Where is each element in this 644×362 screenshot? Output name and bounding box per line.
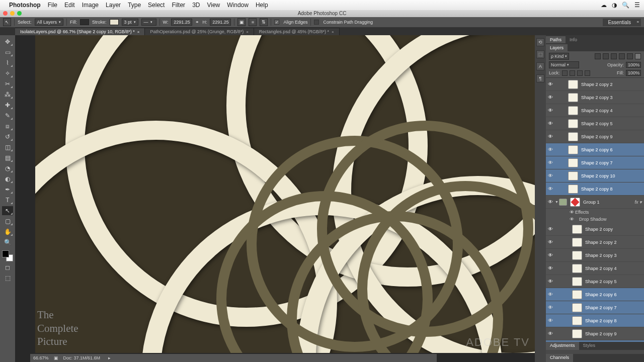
filter-toggle-icon[interactable] [635, 53, 641, 59]
search-icon[interactable]: 🔍 [622, 2, 629, 9]
layer-row[interactable]: 👁Shape 2 copy 9 [546, 327, 644, 340]
path-arrangement-icon[interactable]: ⇅ [260, 18, 268, 26]
history-panel-icon[interactable]: ⟲ [536, 38, 544, 46]
menu-view[interactable]: View [207, 2, 220, 9]
pen-tool[interactable]: ✒ [2, 185, 13, 194]
layer-name[interactable]: Shape 2 copy 9 [585, 331, 617, 336]
visibility-toggle-icon[interactable]: 👁 [546, 331, 555, 336]
filter-type-icon[interactable] [611, 53, 617, 59]
filter-shape-icon[interactable] [619, 53, 625, 59]
layer-thumbnail[interactable] [568, 106, 578, 115]
visibility-toggle-icon[interactable]: 👁 [546, 121, 555, 126]
visibility-toggle-icon[interactable]: 👁 [546, 160, 555, 165]
preview-toggle-icon[interactable]: ▣ [54, 355, 58, 360]
type-tool[interactable]: T [2, 196, 13, 205]
gradient-tool[interactable]: ▤ [2, 153, 13, 162]
layer-thumbnail[interactable] [568, 93, 578, 102]
stroke-width-dropdown[interactable]: 3 pt [122, 19, 138, 26]
layer-name[interactable]: Shape 2 copy 3 [581, 95, 613, 100]
filter-pixel-icon[interactable] [595, 53, 601, 59]
layer-row[interactable]: 👁Shape 2 copy 5 [546, 117, 644, 130]
fill-opacity-field[interactable]: 100% [626, 70, 641, 76]
layer-name[interactable]: Group 1 [583, 200, 600, 205]
layer-row[interactable]: 👁Shape 2 copy 6 [546, 143, 644, 156]
layer-thumbnail[interactable] [568, 119, 578, 128]
shape-tool[interactable]: ▢ [2, 217, 13, 226]
channels-tab[interactable]: Channels [546, 354, 573, 362]
layer-thumbnail[interactable] [568, 80, 578, 89]
layer-name[interactable]: Shape 2 copy 4 [581, 108, 613, 113]
document-canvas[interactable]: The Complete Picture ADOBE TV [35, 35, 535, 353]
effects-row[interactable]: 👁Effects [546, 209, 644, 216]
lock-all-icon[interactable] [585, 70, 590, 76]
minimize-window-icon[interactable] [10, 11, 15, 16]
layer-name[interactable]: Shape 2 copy 6 [581, 147, 613, 152]
eraser-tool[interactable]: ◫ [2, 143, 13, 152]
maximize-window-icon[interactable] [17, 11, 22, 16]
layer-row[interactable]: 👁Shape 2 copy 4 [546, 262, 644, 275]
info-tab[interactable]: Info [566, 36, 581, 43]
layer-thumbnail[interactable] [572, 303, 582, 312]
visibility-toggle-icon[interactable]: 👁 [546, 265, 555, 271]
screenmode-toggle[interactable]: ⬚ [2, 274, 13, 283]
constrain-checkbox[interactable] [314, 20, 319, 25]
layer-name[interactable]: Shape 2 copy [585, 227, 613, 232]
visibility-toggle-icon[interactable]: 👁 [546, 305, 555, 310]
crop-tool[interactable]: ✂ [2, 79, 13, 88]
stroke-type-dropdown[interactable]: — [141, 19, 156, 26]
zoom-readout[interactable]: 66.67% [33, 355, 49, 360]
brush-tool[interactable]: ✎ [2, 111, 13, 120]
layer-thumbnail[interactable] [572, 264, 582, 273]
visibility-toggle-icon[interactable]: 👁 [546, 292, 555, 297]
marquee-tool[interactable]: ▭ [2, 48, 13, 57]
layer-name[interactable]: Shape 2 copy 4 [585, 266, 617, 271]
layer-row[interactable]: 👁Shape 2 copy 10 [546, 169, 644, 183]
layer-name[interactable]: Shape 2 copy 10 [581, 173, 615, 178]
document-tab[interactable]: Rectangles.psd @ 45% (RGB/8*) *× [254, 28, 340, 35]
select-scope-dropdown[interactable]: All Layers [35, 19, 64, 26]
visibility-toggle-icon[interactable]: 👁 [546, 226, 555, 232]
workspace-switcher[interactable]: Essentials [603, 19, 641, 26]
filter-adjust-icon[interactable] [603, 53, 609, 59]
styles-tab[interactable]: Styles [579, 342, 600, 350]
visibility-toggle-icon[interactable]: 👁 [546, 134, 555, 139]
layer-thumbnail[interactable] [572, 277, 582, 286]
link-wh-icon[interactable]: ⚭ [195, 20, 199, 25]
stroke-swatch[interactable] [110, 19, 119, 25]
height-field[interactable]: 2291.25 [210, 19, 231, 26]
width-field[interactable]: 2291.25 [171, 19, 192, 26]
hand-tool[interactable]: ✋ [2, 227, 13, 236]
layer-row[interactable]: 👁Shape 2 copy [546, 223, 644, 236]
mask-thumbnail[interactable] [570, 198, 580, 207]
list-icon[interactable]: ☰ [634, 2, 640, 9]
visibility-toggle-icon[interactable]: 👁 [546, 147, 555, 152]
layer-thumbnail[interactable] [568, 158, 578, 167]
path-operations-icon[interactable]: ▣ [237, 18, 246, 26]
layer-row[interactable]: 👁Shape 2 copy 10 [546, 340, 644, 342]
align-edges-checkbox[interactable]: ✓ [274, 20, 279, 25]
adjustments-tab[interactable]: Adjustments [546, 342, 579, 350]
layers-tab[interactable]: Layers [546, 44, 568, 51]
path-selection-tool[interactable]: ↖ [2, 206, 13, 215]
menu-file[interactable]: File [48, 2, 57, 9]
layer-row[interactable]: 👁Shape 2 copy 4 [546, 104, 644, 117]
menu-filter[interactable]: Filter [172, 2, 185, 9]
notification-icon[interactable]: ◑ [612, 2, 617, 9]
filter-smart-icon[interactable] [627, 53, 633, 59]
layer-name[interactable]: Shape 2 copy 8 [581, 187, 613, 192]
doc-size-readout[interactable]: Doc: 37.1M/61.6M [63, 355, 101, 360]
layer-thumbnail[interactable] [572, 251, 582, 260]
character-panel-icon[interactable]: A [536, 62, 544, 70]
layer-name[interactable]: Shape 2 copy 9 [581, 134, 613, 139]
layer-name[interactable]: Shape 2 copy 2 [581, 82, 613, 87]
menu-type[interactable]: Type [128, 2, 141, 9]
layer-name[interactable]: Shape 2 copy 6 [585, 292, 617, 297]
layer-thumbnail[interactable] [572, 238, 582, 247]
layer-thumbnail[interactable] [568, 145, 578, 154]
properties-panel-icon[interactable]: ⬚ [536, 50, 544, 58]
layer-row[interactable]: 👁Shape 2 copy 5 [546, 275, 644, 288]
layer-thumbnail[interactable] [572, 290, 582, 299]
menu-image[interactable]: Image [82, 2, 99, 9]
status-menu-icon[interactable]: ▸ [108, 355, 111, 360]
close-icon[interactable]: × [246, 30, 249, 34]
